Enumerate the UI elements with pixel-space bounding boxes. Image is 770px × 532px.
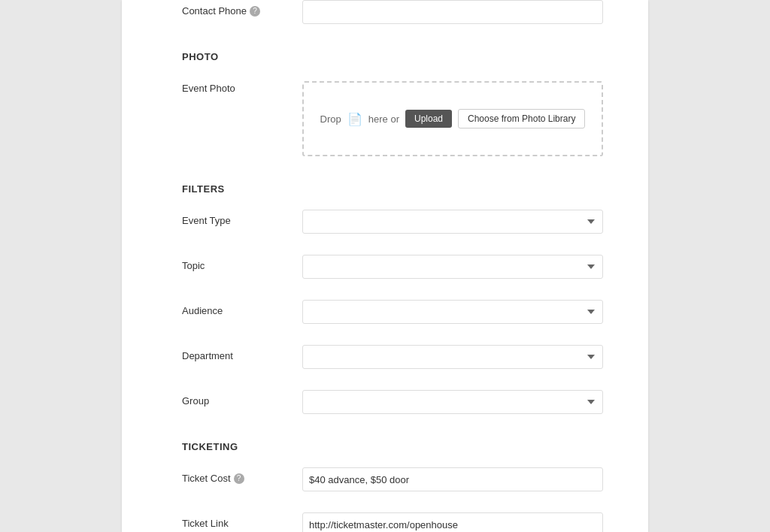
group-row: Group: [182, 382, 603, 414]
topic-select[interactable]: [302, 255, 603, 279]
topic-label: Topic: [182, 255, 302, 271]
form-container: Contact Phone ? PHOTO Event Photo Drop 📄…: [122, 0, 648, 532]
group-select[interactable]: [302, 390, 603, 414]
department-field: [302, 345, 603, 369]
group-label: Group: [182, 390, 302, 407]
event-type-label: Event Type: [182, 210, 302, 226]
ticket-link-row: Ticket Link: [182, 505, 603, 532]
photo-library-button[interactable]: Choose from Photo Library: [458, 109, 585, 128]
ticket-link-label: Ticket Link: [182, 512, 302, 529]
topic-field: [302, 255, 603, 279]
ticket-cost-input[interactable]: [302, 467, 603, 491]
department-select[interactable]: [302, 345, 603, 369]
ticket-cost-row: Ticket Cost ?: [182, 460, 603, 491]
contact-phone-input[interactable]: [302, 0, 603, 24]
contact-phone-label: Contact Phone ?: [182, 0, 302, 17]
contact-phone-row: Contact Phone ?: [182, 0, 603, 24]
photo-drop-zone[interactable]: Drop 📄 here or Upload Choose from Photo …: [302, 81, 603, 156]
topic-row: Topic: [182, 247, 603, 279]
upload-button[interactable]: Upload: [405, 110, 452, 128]
ticket-cost-field: [302, 467, 603, 491]
contact-phone-field: [302, 0, 603, 24]
page-wrapper: Contact Phone ? PHOTO Event Photo Drop 📄…: [0, 0, 770, 532]
audience-select[interactable]: [302, 300, 603, 324]
contact-phone-help-icon[interactable]: ?: [250, 6, 260, 17]
audience-row: Audience: [182, 292, 603, 324]
audience-field: [302, 300, 603, 324]
ticket-cost-label: Ticket Cost ?: [182, 467, 302, 484]
audience-label: Audience: [182, 300, 302, 316]
group-field: [302, 390, 603, 414]
event-photo-label: Event Photo: [182, 77, 302, 94]
department-row: Department: [182, 337, 603, 369]
drop-here-text: here or: [368, 113, 399, 125]
department-label: Department: [182, 345, 302, 361]
photo-section-header: PHOTO: [182, 38, 603, 70]
event-type-select[interactable]: [302, 210, 603, 234]
filters-section-header: FILTERS: [182, 170, 603, 202]
event-type-row: Event Type: [182, 202, 603, 234]
ticket-link-field: [302, 512, 603, 532]
ticketing-section-header: TICKETING: [182, 428, 603, 460]
drop-text: Drop: [320, 113, 341, 125]
event-photo-field: Drop 📄 here or Upload Choose from Photo …: [302, 77, 603, 156]
photo-file-icon: 📄: [347, 112, 362, 126]
event-photo-row: Event Photo Drop 📄 here or Upload Choose…: [182, 70, 603, 156]
ticket-cost-help-icon[interactable]: ?: [234, 473, 244, 484]
ticket-link-input[interactable]: [302, 512, 603, 532]
event-type-field: [302, 210, 603, 234]
